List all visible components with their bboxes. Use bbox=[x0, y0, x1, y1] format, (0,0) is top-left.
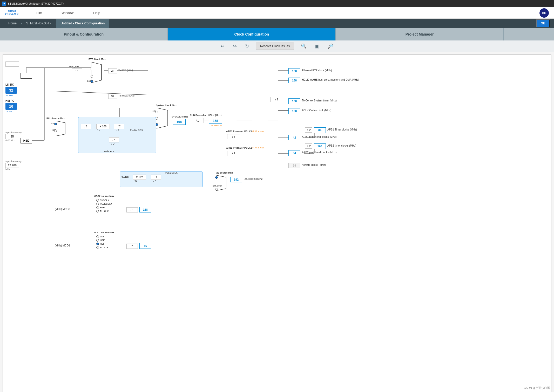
out-apb1-timer-val: 84 bbox=[314, 127, 326, 133]
mco1-lse-radio[interactable] bbox=[96, 235, 99, 238]
to-iwdg-value: 32 bbox=[108, 94, 117, 99]
pll-q-label: / Q bbox=[111, 142, 114, 145]
menu-file[interactable]: File bbox=[34, 10, 44, 16]
fit-button[interactable]: ▣ bbox=[313, 42, 321, 50]
pll-n-select[interactable]: X 168 bbox=[96, 124, 110, 129]
svg-marker-31 bbox=[91, 62, 102, 83]
out-ethernet-val: 168 bbox=[288, 68, 300, 74]
out-apb2-peri-val: 84 bbox=[288, 150, 300, 156]
apb1-div-select[interactable]: / 4 bbox=[227, 134, 240, 139]
plli2sclk-line-label: PLLI2SCLK bbox=[165, 171, 178, 174]
plli2s-section bbox=[120, 171, 203, 187]
mco2-plli2sclk-radio[interactable] bbox=[96, 203, 99, 205]
to-iwdg-label: To IWDG (KHz) bbox=[118, 94, 134, 97]
zoom-in-button[interactable]: 🔍 bbox=[299, 42, 308, 50]
pll-m-select[interactable]: / 8 bbox=[81, 124, 91, 129]
app-icon: ■ bbox=[2, 2, 6, 6]
lse-input-freq-label bbox=[5, 61, 19, 67]
mco1-out-label: (MHz) MCO1 bbox=[55, 244, 70, 247]
out-apb2-timer-label: APB2 timer clocks (MHz) bbox=[327, 144, 356, 147]
hse-box[interactable]: HSE bbox=[21, 138, 32, 143]
i2s-input-freq-label: Input frequency 12.288 MHz bbox=[5, 160, 22, 170]
rtc-mux-shape bbox=[91, 62, 104, 83]
menu-window[interactable]: Window bbox=[59, 10, 76, 16]
apb1-prescaler-label: APB1 Prescaler bbox=[226, 130, 244, 133]
out-apb2-timer-val: 168 bbox=[314, 143, 326, 149]
hsi-rc-label: HSI RC bbox=[5, 99, 14, 102]
out-apb2-peri-label: APB2 peripheral clocks (MHz) bbox=[302, 151, 336, 154]
mco1-value-box: 16 bbox=[139, 243, 151, 249]
lse-freq-box[interactable] bbox=[5, 61, 19, 67]
out-i2s-val: 192 bbox=[230, 177, 242, 182]
tab-pinout[interactable]: Pinout & Configuration bbox=[0, 28, 167, 40]
pll-mux-circle-hse bbox=[54, 129, 57, 132]
toolbar: ↩ ↪ ↻ Resolve Clock Issues 🔍 ▣ 🔎 bbox=[0, 40, 554, 52]
plli2s-label: PLLI2S bbox=[121, 176, 129, 178]
undo-button[interactable]: ↩ bbox=[219, 42, 226, 50]
mco2-div-select[interactable]: / 1 bbox=[126, 207, 138, 212]
hclk-value-box[interactable]: 168 bbox=[209, 118, 222, 124]
pclk2-max-label: 84 MHz max bbox=[252, 147, 264, 149]
hse-div2-select[interactable]: / 2 bbox=[72, 68, 82, 73]
menu-help[interactable]: Help bbox=[91, 10, 102, 16]
out-apb1-peri-val: 42 bbox=[288, 135, 300, 140]
version-badge: 10+ bbox=[539, 8, 549, 18]
out-fclk-val: 168 bbox=[288, 108, 300, 114]
out-ethernet-label: Ethernet PTP clock (MHz) bbox=[302, 69, 332, 72]
zoom-out-button[interactable]: 🔎 bbox=[326, 42, 335, 50]
main-pll-section bbox=[78, 117, 156, 153]
plli2s-r-select[interactable]: / 2 bbox=[151, 175, 161, 180]
watermark: CSDN @伊丽莎白粥 bbox=[524, 386, 550, 390]
mco1-div-select[interactable]: / 1 bbox=[126, 244, 138, 249]
connection-lines bbox=[3, 55, 551, 392]
rtc-mux-label: RTC Clock Mux bbox=[89, 58, 106, 60]
lsi-rc-value[interactable]: 32 bbox=[5, 87, 17, 94]
redo-button[interactable]: ↪ bbox=[231, 42, 238, 50]
sysclk-value-box[interactable]: 168 bbox=[173, 119, 186, 125]
hsi-rc-value[interactable]: 16 bbox=[5, 103, 17, 110]
main-pll-label: Main PLL bbox=[104, 150, 114, 153]
mco1-hsi-radio[interactable] bbox=[96, 243, 99, 245]
refresh-button[interactable]: ↻ bbox=[244, 42, 251, 50]
mco2-pllclk-radio[interactable] bbox=[96, 210, 99, 212]
tab-clock[interactable]: Clock Configuration bbox=[168, 28, 335, 40]
apb2-prescaler-label: APB2 Prescaler bbox=[226, 147, 244, 149]
mco2-out-label: (MHz) MCO2 bbox=[55, 208, 70, 211]
pll-p-select[interactable]: / 2 bbox=[114, 124, 124, 129]
tab-project[interactable]: Project Manager bbox=[336, 28, 503, 40]
pll-src-mux-label: PLL Source Mux bbox=[46, 117, 65, 120]
mco1-hse-radio[interactable] bbox=[96, 239, 99, 242]
ahb-prescaler-label: AHB Prescaler bbox=[190, 114, 206, 116]
mco1-mux-label: MCO1 source Mux bbox=[94, 231, 114, 234]
generate-button[interactable]: GE bbox=[536, 19, 550, 27]
pll-mux-circle-hsi bbox=[54, 123, 57, 125]
apb2-div-select[interactable]: / 2 bbox=[227, 151, 240, 156]
lse-box[interactable] bbox=[21, 73, 32, 79]
pll-src-mux-shape bbox=[55, 121, 68, 136]
breadcrumb-device[interactable]: STM32F407ZGTx bbox=[22, 19, 55, 28]
title-bar: ■ STM32CubeMX Untitled*: STM32F407ZGTx bbox=[0, 0, 554, 7]
lsi-rc-sublabel: 32 KHz bbox=[5, 94, 13, 97]
ahb-div-select[interactable]: / 1 bbox=[191, 118, 204, 123]
plli2s-n-label: * N bbox=[134, 180, 137, 182]
plli2s-n-select[interactable]: X 192 bbox=[133, 175, 146, 180]
pll-p-label: / P bbox=[117, 129, 119, 132]
sysclk-hsi-label: HSI bbox=[152, 110, 156, 113]
mco2-value-box: 168 bbox=[139, 207, 151, 212]
menu-bar: STM32 CubeMX File Window Help 10+ bbox=[0, 7, 554, 19]
breadcrumb-home[interactable]: Home bbox=[4, 19, 21, 28]
mco2-sysclk-radio[interactable] bbox=[96, 199, 99, 202]
mux-circle-lsi bbox=[91, 80, 93, 83]
breadcrumb-config[interactable]: Untitled - Clock Configuration bbox=[56, 19, 109, 28]
hse-rtc-label: HSE_RTC bbox=[69, 65, 80, 68]
pll-hsi-label: HSI bbox=[51, 122, 55, 125]
mco2-hse-radio[interactable] bbox=[96, 206, 99, 209]
mco2-mux-label: MCO2 source Mux bbox=[94, 195, 114, 197]
mco1-pllclk-radio[interactable] bbox=[96, 246, 99, 249]
pll-q-select[interactable]: / 4 bbox=[109, 137, 119, 142]
i2s-freq-box[interactable]: 12.288 bbox=[5, 163, 19, 168]
hse-freq-box[interactable]: 25 bbox=[5, 134, 19, 139]
cortex-div-select[interactable]: / 1 bbox=[270, 97, 283, 102]
out-cortex-label: To Cortex System timer (MHz) bbox=[302, 99, 337, 102]
resolve-clock-button[interactable]: Resolve Clock Issues bbox=[256, 43, 294, 50]
